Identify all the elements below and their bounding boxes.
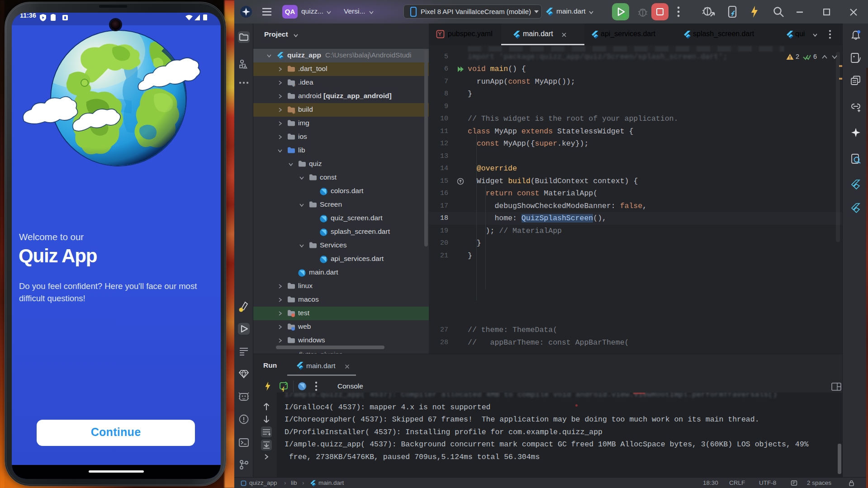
svg-text:✱: ✱	[292, 83, 295, 88]
svg-text:✱: ✱	[292, 110, 295, 115]
